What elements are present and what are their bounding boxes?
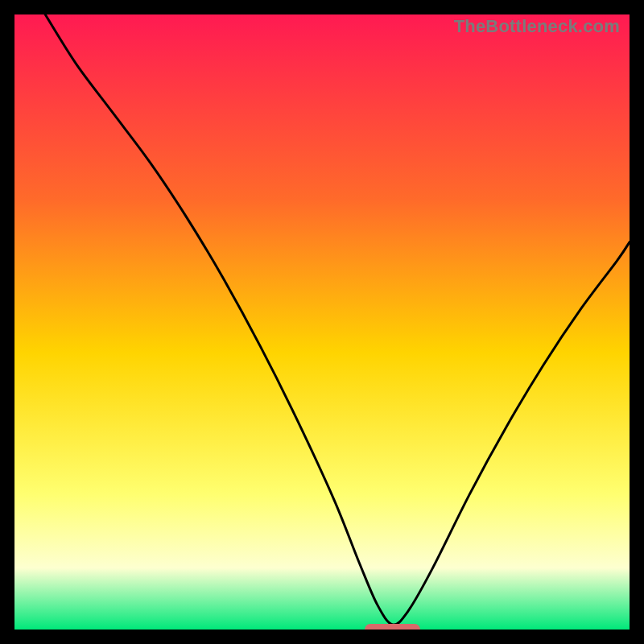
optimal-range-marker: [365, 624, 420, 630]
chart-frame: TheBottleneck.com: [0, 0, 644, 644]
bottleneck-curve: [14, 14, 630, 630]
plot-area: TheBottleneck.com: [14, 14, 630, 630]
